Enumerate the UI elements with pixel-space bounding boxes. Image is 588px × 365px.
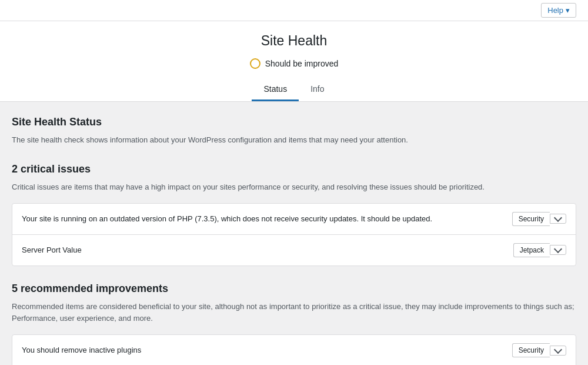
rec-issue-1: You should remove inactive plugins Secur… xyxy=(12,335,576,365)
recommended-issues-list: You should remove inactive plugins Secur… xyxy=(12,334,576,365)
top-bar: Help ▾ xyxy=(0,0,588,21)
help-label: Help xyxy=(547,6,563,15)
tab-status[interactable]: Status xyxy=(252,78,299,101)
rec-issue-1-actions: Security xyxy=(512,343,566,357)
status-text: Should be improved xyxy=(265,59,339,68)
critical-issue-2-tag: Jetpack xyxy=(513,243,550,257)
critical-issue-1-tag: Security xyxy=(512,212,550,226)
rec-issue-1-expand-button[interactable] xyxy=(550,346,566,356)
recommended-title: 5 recommended improvements xyxy=(12,283,576,295)
page-header: Site Health Should be improved Status In… xyxy=(0,21,588,102)
help-button[interactable]: Help ▾ xyxy=(541,3,576,18)
tabs-nav: Status Info xyxy=(12,78,576,101)
status-circle-icon xyxy=(250,58,260,69)
critical-issue-1-expand-button[interactable] xyxy=(550,214,566,224)
critical-issue-1-actions: Security xyxy=(512,212,566,226)
chevron-down-icon xyxy=(554,245,562,253)
tab-info[interactable]: Info xyxy=(299,78,336,101)
page-title: Site Health xyxy=(12,33,576,49)
main-content: Site Health Status The site health check… xyxy=(0,102,588,365)
critical-issues-list: Your site is running on an outdated vers… xyxy=(12,203,576,266)
critical-desc: Critical issues are items that may have … xyxy=(12,181,576,194)
rec-issue-1-text: You should remove inactive plugins xyxy=(22,344,512,356)
critical-issue-2-actions: Jetpack xyxy=(513,243,566,257)
rec-issue-1-tag: Security xyxy=(512,343,550,357)
chevron-down-icon xyxy=(554,346,562,354)
critical-issue-2-text: Server Port Value xyxy=(22,244,513,256)
recommended-desc: Recommended items are considered benefic… xyxy=(12,301,576,326)
help-chevron-icon: ▾ xyxy=(566,6,570,15)
critical-issue-1-text: Your site is running on an outdated vers… xyxy=(22,213,512,225)
chevron-down-icon xyxy=(554,214,562,222)
status-section-title: Site Health Status xyxy=(12,116,576,128)
health-status-indicator: Should be improved xyxy=(12,58,576,69)
status-section: Site Health Status The site health check… xyxy=(12,116,576,147)
critical-section: 2 critical issues Critical issues are it… xyxy=(12,163,576,266)
status-section-desc: The site health check shows information … xyxy=(12,134,576,147)
critical-issue-2: Server Port Value Jetpack xyxy=(12,235,576,266)
critical-title: 2 critical issues xyxy=(12,163,576,175)
critical-issue-2-expand-button[interactable] xyxy=(550,245,566,255)
critical-issue-1: Your site is running on an outdated vers… xyxy=(12,204,576,235)
recommended-section: 5 recommended improvements Recommended i… xyxy=(12,283,576,365)
